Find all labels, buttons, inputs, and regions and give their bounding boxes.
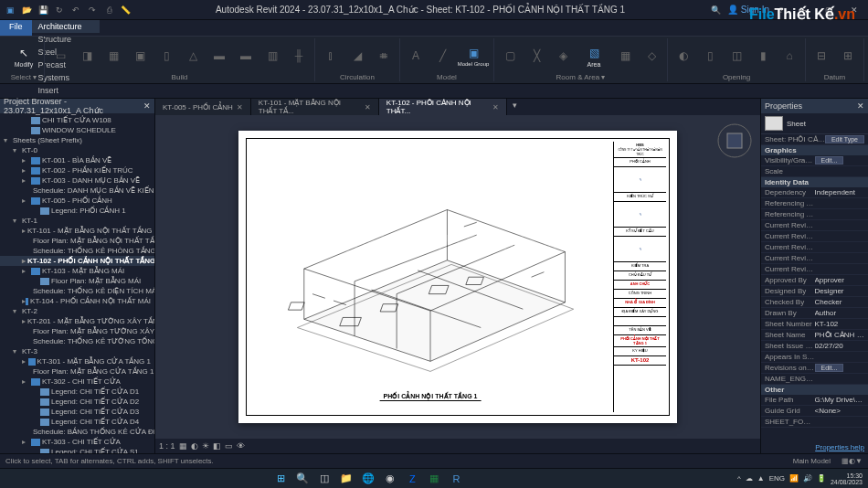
tree-item[interactable]: Floor Plan: MẶT BẰNG CỬA TẦNG 1 <box>0 366 154 377</box>
group-label-select[interactable]: Select ▾ <box>7 73 40 82</box>
room-sep-button[interactable]: ╳ <box>524 38 548 73</box>
column-button[interactable]: ▯ <box>154 38 178 73</box>
expander-icon[interactable]: ▾ <box>13 307 22 315</box>
close-icon[interactable]: ✕ <box>237 103 243 111</box>
tree-sheet-item[interactable]: ▸KT-102 - PHỐI CẢNH NỘI THẤT TẦNG 1 <box>0 256 154 266</box>
property-row[interactable]: Current Revision <box>761 264 868 275</box>
onedrive-icon[interactable]: ▲ <box>757 474 765 483</box>
property-value[interactable]: <None> <box>815 407 865 415</box>
expander-icon[interactable]: ▸ <box>22 257 26 265</box>
tree-group[interactable]: ▾KT-0 <box>0 145 154 155</box>
undo-icon[interactable]: ↶ <box>69 4 82 16</box>
property-value[interactable] <box>815 221 865 229</box>
document-tab[interactable]: KT-101 - MẶT BẰNG NỘI THẤT TẦ...✕ <box>251 99 379 115</box>
close-icon[interactable]: ✕ <box>857 101 864 111</box>
tree-group[interactable]: ▾KT-2 <box>0 306 154 316</box>
expander-icon[interactable]: ▾ <box>13 146 22 154</box>
expander-icon[interactable]: ▸ <box>22 196 31 205</box>
search-taskbar-icon[interactable]: 🔍 <box>294 471 311 487</box>
tree-sheet-item[interactable]: ▸KT-002 - PHẦN KIẾN TRÚC <box>0 165 154 175</box>
tree-item[interactable]: Schedule: DANH MỤC BẢN VẼ KIẾN TRÚC <box>0 186 154 196</box>
expander-icon[interactable]: ▾ <box>13 347 22 355</box>
tree-item[interactable]: Floor Plan: MẶT BẰNG MÁI <box>0 276 154 286</box>
edit-type-button[interactable]: Edit Type <box>825 135 864 143</box>
railing-button[interactable]: ⫿ <box>319 38 343 73</box>
stair-button[interactable]: ⩩ <box>372 38 396 73</box>
editable-only-icon[interactable]: ◐ <box>849 457 855 465</box>
explorer-icon[interactable]: 📁 <box>338 471 355 487</box>
tree-item[interactable]: Schedule: THỐNG KÊ PHÒNG TẦNG 1 <box>0 246 154 256</box>
property-value[interactable] <box>815 418 865 426</box>
sun-path-icon[interactable]: ☀ <box>202 441 209 451</box>
door-button[interactable]: ◨ <box>75 38 99 73</box>
tree-sheet-item[interactable]: ▸KT-302 - CHI TIẾT CỬA <box>0 377 154 387</box>
area-button[interactable]: ▧ Area <box>577 38 610 73</box>
expander-icon[interactable]: ▸ <box>22 357 28 366</box>
tree-sheet-item[interactable]: ▸KT-303 - CHI TIẾT CỬA <box>0 437 154 447</box>
property-value[interactable]: KT-102 <box>815 320 865 328</box>
expander-icon[interactable]: ▸ <box>22 438 31 446</box>
project-browser-header[interactable]: Project Browser - 23.07.31_12x10x1_A Chứ… <box>0 99 154 113</box>
property-value[interactable]: Checker <box>815 298 865 306</box>
visual-style-icon[interactable]: ◐ <box>191 441 198 451</box>
property-value[interactable]: Approver <box>815 276 865 284</box>
by-face-button[interactable]: ◐ <box>672 38 695 73</box>
clock[interactable]: 15:30 24/08/2023 <box>831 472 863 485</box>
room-button[interactable]: ▢ <box>498 38 522 73</box>
revit-logo-icon[interactable]: ▣ <box>4 4 16 16</box>
property-value[interactable] <box>815 199 865 207</box>
tree-item[interactable]: Floor Plan: MẶT BẰNG NỘI THẤT TẦNG 1 <box>0 236 154 246</box>
wall-opening-button[interactable]: ◫ <box>725 38 748 73</box>
prop-group-graphics[interactable]: Graphics <box>761 145 868 155</box>
window-button[interactable]: ▦ <box>101 38 125 73</box>
grid-button[interactable]: ⊞ <box>836 38 860 73</box>
property-value[interactable]: Designer <box>815 287 865 295</box>
volume-icon[interactable]: 🔊 <box>803 474 812 483</box>
property-row[interactable]: Revisions on Sh...Edit... <box>761 363 868 374</box>
group-label-room-area[interactable]: Room & Area ▾ <box>498 73 663 82</box>
property-value[interactable]: Edit... <box>815 364 865 372</box>
expander-icon[interactable]: ▸ <box>22 166 31 175</box>
property-row[interactable]: Current Revisio... <box>761 253 868 264</box>
level-button[interactable]: ⊟ <box>810 38 833 73</box>
edit-button[interactable]: Edit... <box>815 364 844 372</box>
print-icon[interactable]: ⎙ <box>102 4 115 16</box>
property-row[interactable]: Current Revisio... <box>761 220 868 231</box>
expander-icon[interactable]: ▸ <box>22 267 31 275</box>
property-row[interactable]: Drawn ByAuthor <box>761 308 868 319</box>
property-row[interactable]: Guide Grid<None> <box>761 406 868 417</box>
tree-sheet-item[interactable]: ▸KT-005 - PHỐI CẢNH <box>0 196 154 206</box>
property-value[interactable]: G:\My Drive\2. C... <box>815 396 865 404</box>
ribbon-tab-insert[interactable]: Insert <box>32 84 100 97</box>
property-row[interactable]: Current Revisio... <box>761 242 868 253</box>
model-group-button[interactable]: ▣ Model Group <box>457 38 490 73</box>
modify-button[interactable]: ↖ Modify <box>7 38 40 73</box>
cloud-icon[interactable]: ☁ <box>746 474 753 483</box>
tree-item[interactable]: Schedule: BẢNG THỐNG KÊ CỬA ĐI <box>0 427 154 437</box>
property-row[interactable]: Checked ByChecker <box>761 297 868 308</box>
chevron-up-icon[interactable]: ^ <box>737 474 741 483</box>
close-icon[interactable]: ✕ <box>143 101 151 111</box>
task-view-icon[interactable]: ◫ <box>316 471 333 487</box>
wall-button[interactable]: ▭ <box>48 38 72 73</box>
ribbon-tab-architecture[interactable]: Architecture <box>32 20 100 33</box>
mullion-button[interactable]: ╫ <box>287 38 311 73</box>
redo-icon[interactable]: ↷ <box>86 4 99 16</box>
excel-icon[interactable]: ▦ <box>426 471 442 487</box>
close-icon[interactable]: ✕ <box>492 103 499 111</box>
edit-button[interactable]: Edit... <box>815 156 844 164</box>
property-row[interactable]: Appears In Shee... <box>761 352 868 363</box>
tree-group[interactable]: ▾KT-1 <box>0 216 154 226</box>
expander-icon[interactable]: ▸ <box>22 227 26 235</box>
revit-taskbar-icon[interactable]: R <box>448 471 464 487</box>
expander-icon[interactable]: ▸ <box>22 176 31 185</box>
properties-help-link[interactable]: Properties help <box>761 441 868 453</box>
tree-group[interactable]: ▾Sheets (Sheet Prefix) <box>0 135 154 145</box>
tree-item[interactable]: Schedule: THỐNG KÊ TƯỜNG TỔNG HỢP <box>0 336 154 346</box>
detail-level-icon[interactable]: ▦ <box>179 441 187 451</box>
property-row[interactable]: Visibility/Graph...Edit... <box>761 155 868 166</box>
ramp-button[interactable]: ◢ <box>345 38 369 73</box>
shaft-button[interactable]: ▯ <box>698 38 722 73</box>
search-icon[interactable]: 🔍 <box>709 4 722 16</box>
tree-item[interactable]: CHI TIẾT CỬA W108 <box>0 115 154 125</box>
